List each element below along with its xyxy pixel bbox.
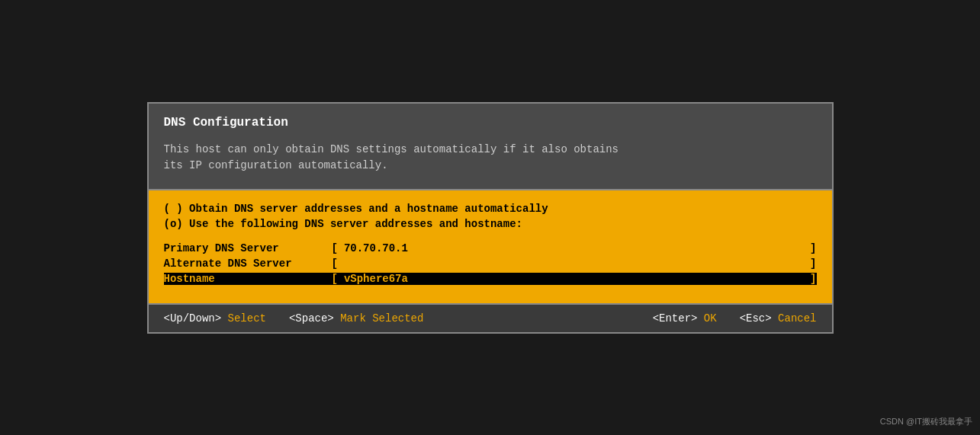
alternate-dns-label: Alternate DNS Server [164, 257, 332, 270]
footer-space: <Space> Mark Selected [289, 312, 423, 325]
alternate-dns-row[interactable]: Alternate DNS Server [ ] [164, 257, 817, 270]
description-line2: its IP configuration automatically. [164, 158, 817, 174]
hostname-row[interactable]: Hostname [ vSphere67a ] [164, 273, 817, 285]
hostname-field: [ vSphere67a ] [332, 273, 817, 285]
bracket-close: ] [810, 242, 816, 254]
bracket-close: ] [810, 273, 816, 285]
bracket-open: [ [332, 273, 338, 285]
dialog-title: DNS Configuration [164, 116, 817, 130]
alternate-dns-field: [ ] [332, 257, 817, 270]
dialog-content: ( ) Obtain DNS server addresses and a ho… [149, 190, 832, 303]
footer-enter: <Enter> OK [653, 312, 717, 325]
dialog-description: This host can only obtain DNS settings a… [164, 142, 817, 174]
enter-action: OK [704, 312, 717, 325]
option-auto[interactable]: ( ) Obtain DNS server addresses and a ho… [164, 203, 817, 215]
bracket-open: [ [332, 257, 338, 270]
fields-area: Primary DNS Server [ 70.70.70.1 ] Altern… [164, 242, 817, 285]
space-key: <Space> [289, 312, 334, 325]
hostname-label: Hostname [164, 273, 332, 285]
option-manual[interactable]: (o) Use the following DNS server address… [164, 218, 817, 230]
esc-key: <Esc> [740, 312, 772, 325]
bracket-close: ] [810, 257, 816, 270]
primary-dns-label: Primary DNS Server [164, 242, 332, 254]
updown-action: Select [228, 312, 266, 325]
enter-key: <Enter> [653, 312, 698, 325]
primary-dns-value[interactable]: 70.70.70.1 [341, 242, 807, 254]
updown-key: <Up/Down> [164, 312, 222, 325]
space-action: Mark Selected [340, 312, 423, 325]
primary-dns-field: [ 70.70.70.1 ] [332, 242, 817, 254]
bracket-open: [ [332, 242, 338, 254]
esc-action: Cancel [778, 312, 816, 325]
dns-configuration-dialog: DNS Configuration This host can only obt… [147, 102, 834, 334]
dialog-footer: <Up/Down> Select <Space> Mark Selected <… [149, 303, 832, 332]
footer-updown: <Up/Down> Select [164, 312, 266, 325]
dialog-header: DNS Configuration This host can only obt… [149, 104, 832, 190]
watermark: CSDN @IT搬砖我最拿手 [880, 416, 972, 427]
description-line1: This host can only obtain DNS settings a… [164, 142, 817, 158]
primary-dns-row[interactable]: Primary DNS Server [ 70.70.70.1 ] [164, 242, 817, 254]
footer-esc: <Esc> Cancel [740, 312, 817, 325]
hostname-value[interactable]: vSphere67a [341, 273, 807, 285]
